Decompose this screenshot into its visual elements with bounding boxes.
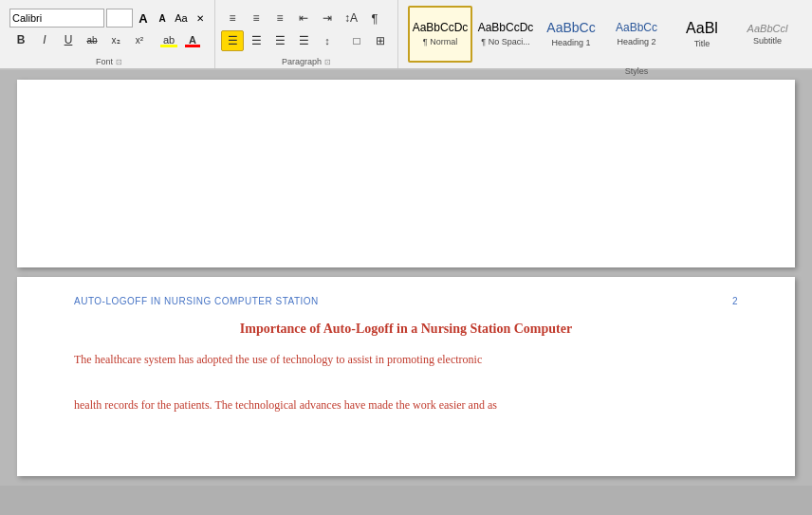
style-subtitle[interactable]: AaBbCcl Subtitle <box>735 6 800 63</box>
style-subtitle-preview: AaBbCcl <box>747 23 788 34</box>
font-controls: 12 A A Aa ✕ B I U ab x₂ x² <box>9 9 209 50</box>
strikethrough-btn[interactable]: ab <box>81 29 103 50</box>
font-group: 12 A A Aa ✕ B I U ab x₂ x² <box>4 0 215 68</box>
borders-btn[interactable]: ⊞ <box>369 30 392 51</box>
align-center-btn[interactable]: ☰ <box>245 30 268 51</box>
style-subtle[interactable]: Su Su <box>801 6 812 63</box>
text-highlight-btn[interactable]: ab <box>157 29 180 50</box>
style-no-spacing-label: ¶ No Spaci... <box>481 37 529 46</box>
page-header: AUTO-LOGOFF IN NURSING COMPUTER STATION … <box>74 296 738 306</box>
style-heading2[interactable]: AaBbCc Heading 2 <box>604 6 669 63</box>
align-left-btn[interactable]: ☰ <box>221 30 244 51</box>
subscript-btn[interactable]: x₂ <box>104 29 127 50</box>
styles-group: AaBbCcDc ¶ Normal AaBbCcDc ¶ No Spaci...… <box>398 0 812 68</box>
font-group-label: Font ⊡ <box>9 55 209 66</box>
style-normal-preview: AaBbCcDc <box>413 22 469 34</box>
style-heading2-label: Heading 2 <box>617 37 655 46</box>
superscript-btn[interactable]: x² <box>128 29 151 50</box>
italic-btn[interactable]: I <box>33 29 56 50</box>
numbering-btn[interactable]: ≡ <box>245 8 268 28</box>
page-1 <box>17 80 795 267</box>
underline-btn[interactable]: U <box>57 29 80 50</box>
clear-formatting-btn[interactable]: ✕ <box>192 9 209 27</box>
page-number: 2 <box>732 296 738 306</box>
paragraph-group-label: Paragraph ⊡ <box>221 55 392 66</box>
decrease-indent-btn[interactable]: ⇤ <box>292 8 315 28</box>
page-2[interactable]: AUTO-LOGOFF IN NURSING COMPUTER STATION … <box>17 277 795 476</box>
body-line2: health records for the patients. The tec… <box>74 398 497 412</box>
style-heading1-label: Heading 1 <box>551 38 590 47</box>
para-row1: ≡ ≡ ≡ ⇤ ⇥ ↕A ¶ <box>221 8 392 28</box>
show-marks-btn[interactable]: ¶ <box>363 8 386 28</box>
format-row: B I U ab x₂ x² ab A <box>9 29 209 50</box>
styles-items: AaBbCcDc ¶ Normal AaBbCcDc ¶ No Spaci...… <box>404 4 812 64</box>
style-subtitle-label: Subtitle <box>753 36 782 46</box>
style-title[interactable]: AaBl Title <box>670 6 734 63</box>
sort-btn[interactable]: ↕A <box>340 8 362 28</box>
styles-group-label: Styles <box>404 64 812 76</box>
page-heading: Importance of Auto-Logoff in a Nursing S… <box>74 322 738 337</box>
style-no-spacing-preview: AaBbCcDc <box>478 22 534 34</box>
font-selector-row: 12 A A Aa ✕ <box>9 9 209 28</box>
para-row2: ☰ ☰ ☰ ☰ ↕ □ ⊞ <box>221 30 392 51</box>
increase-indent-btn[interactable]: ⇥ <box>316 8 339 28</box>
multilevel-btn[interactable]: ≡ <box>268 8 291 28</box>
bold-btn[interactable]: B <box>9 29 32 50</box>
style-heading1-preview: AaBbCc <box>546 21 595 35</box>
page-body: The healthcare system has adopted the us… <box>74 348 738 416</box>
ribbon: 12 A A Aa ✕ B I U ab x₂ x² <box>0 0 812 70</box>
body-line1: The healthcare system has adopted the us… <box>74 353 482 366</box>
paragraph-group: ≡ ≡ ≡ ⇤ ⇥ ↕A ¶ ☰ ☰ ☰ ☰ ↕ <box>215 0 398 68</box>
shading-btn[interactable]: □ <box>345 30 368 51</box>
change-case-btn[interactable]: Aa <box>173 9 190 27</box>
paragraph-group-top: ≡ ≡ ≡ ⇤ ⇥ ↕A ¶ ☰ ☰ ☰ ☰ ↕ <box>221 4 392 55</box>
font-shrink-btn[interactable]: A <box>154 9 171 27</box>
font-size-input[interactable]: 12 <box>106 9 133 28</box>
styles-group-top: AaBbCcDc ¶ Normal AaBbCcDc ¶ No Spaci...… <box>404 4 812 64</box>
style-title-label: Title <box>694 39 710 48</box>
line-spacing-btn[interactable]: ↕ <box>316 30 339 51</box>
paragraph-controls: ≡ ≡ ≡ ⇤ ⇥ ↕A ¶ ☰ ☰ ☰ ☰ ↕ <box>221 8 392 51</box>
font-expand-icon[interactable]: ⊡ <box>115 58 122 65</box>
style-no-spacing[interactable]: AaBbCcDc ¶ No Spaci... <box>473 6 538 63</box>
ribbon-content: 12 A A Aa ✕ B I U ab x₂ x² <box>0 0 812 68</box>
bullets-btn[interactable]: ≡ <box>221 8 244 28</box>
font-color-btn[interactable]: A <box>181 29 204 50</box>
font-name-input[interactable] <box>9 9 104 28</box>
page-header-text: AUTO-LOGOFF IN NURSING COMPUTER STATION <box>74 296 319 306</box>
style-normal[interactable]: AaBbCcDc ¶ Normal <box>408 6 472 63</box>
paragraph-expand-icon[interactable]: ⊡ <box>323 58 331 65</box>
justify-btn[interactable]: ☰ <box>292 30 315 51</box>
align-right-btn[interactable]: ☰ <box>268 30 291 51</box>
content-area: AUTO-LOGOFF IN NURSING COMPUTER STATION … <box>0 70 812 486</box>
style-normal-label: ¶ Normal <box>423 37 457 46</box>
style-title-preview: AaBl <box>686 20 718 37</box>
style-heading1[interactable]: AaBbCc Heading 1 <box>539 6 603 63</box>
font-grow-btn[interactable]: A <box>135 9 152 27</box>
style-heading2-preview: AaBbCc <box>616 22 657 34</box>
font-group-top: 12 A A Aa ✕ B I U ab x₂ x² <box>9 4 209 55</box>
